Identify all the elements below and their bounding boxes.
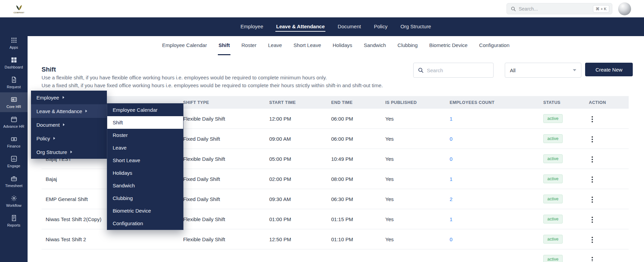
table-row: active: [42, 249, 629, 262]
employees-count-link[interactable]: 0: [450, 156, 452, 162]
global-search-input[interactable]: [519, 6, 590, 12]
submenu-item-biometric-device[interactable]: Biometric Device: [107, 204, 183, 217]
submenu-item-label: Roster: [113, 132, 128, 138]
employees-count-link[interactable]: 0: [450, 236, 452, 242]
tab-shift[interactable]: Shift: [218, 36, 230, 55]
start-time-cell: 12:50 PM: [265, 236, 327, 242]
sidebar-item-label: Request: [7, 85, 21, 89]
row-kebab-menu-icon[interactable]: [589, 255, 596, 262]
employees-count-link[interactable]: 1: [450, 176, 452, 182]
page-description-line1: Use a flexible shift, if you have flexib…: [42, 74, 383, 81]
is-published-cell: Yes: [381, 216, 446, 222]
sidebar-item-workflow[interactable]: Workflow: [0, 191, 28, 211]
tab-holidays[interactable]: Holidays: [332, 36, 353, 55]
sidebar-item-core-hr[interactable]: Core HR: [0, 92, 28, 112]
employees-count-link[interactable]: 1: [450, 116, 452, 122]
tab-clubbing[interactable]: Clubbing: [397, 36, 418, 55]
tab-leave[interactable]: Leave: [267, 36, 283, 55]
row-kebab-menu-icon[interactable]: [589, 195, 596, 205]
shift-type-cell: Flexible Daily Shift: [179, 116, 265, 122]
end-time-cell: 06:00 PM: [327, 136, 381, 142]
flyout-item-label: Policy: [36, 136, 50, 141]
timesheet-icon: [11, 175, 17, 182]
start-time-cell: 01:00 PM: [265, 216, 327, 222]
end-time-cell: 08:00 PM: [327, 176, 381, 182]
submenu-item-short-leave[interactable]: Short Leave: [107, 154, 183, 167]
sidebar-item-dashboard[interactable]: Dashboard: [0, 53, 28, 73]
shift-search-input[interactable]: [427, 67, 489, 73]
employees-count-link[interactable]: 2: [450, 196, 452, 202]
submenu-arrow-icon: [70, 151, 72, 153]
submenu-item-label: Employee Calendar: [113, 107, 158, 113]
sidebar-item-advance-hr[interactable]: Advance HR: [0, 112, 28, 132]
shift-filter-select[interactable]: All: [505, 63, 581, 78]
employees-count-link[interactable]: 1: [450, 216, 452, 222]
start-time-cell: 05:00 PM: [265, 156, 327, 162]
flyout-item-leave-attendance[interactable]: Leave & Attendance: [31, 104, 107, 118]
create-new-button[interactable]: Create New: [585, 63, 633, 76]
nav-item-document[interactable]: Document: [337, 22, 361, 32]
employees-count-link[interactable]: 0: [450, 136, 452, 142]
sidebar-item-label: Advance HR: [3, 124, 25, 128]
end-time-cell: 01:15 PM: [327, 216, 381, 222]
submenu-item-configuration[interactable]: Configuration: [107, 217, 183, 230]
row-kebab-menu-icon[interactable]: [589, 174, 596, 185]
flyout-item-policy[interactable]: Policy: [31, 132, 107, 145]
submenu-item-label: Biometric Device: [113, 208, 151, 214]
submenu-item-roster[interactable]: Roster: [107, 129, 183, 141]
status-badge: active: [543, 215, 563, 224]
sidebar-item-apps[interactable]: Apps: [0, 33, 28, 53]
submenu-arrow-icon: [63, 123, 65, 126]
row-kebab-menu-icon[interactable]: [589, 154, 596, 165]
flyout-item-employee[interactable]: Employee: [31, 91, 107, 104]
start-time-cell: 02:00 PM: [265, 176, 327, 182]
flyout-item-label: Leave & Attendance: [36, 108, 82, 114]
global-search: ⌘ + K: [506, 3, 612, 14]
tab-sandwich[interactable]: Sandwich: [363, 36, 387, 55]
tab-short-leave[interactable]: Short Leave: [293, 36, 322, 55]
flyout-item-label: Employee: [36, 95, 59, 101]
row-kebab-menu-icon[interactable]: [589, 215, 596, 225]
tab-employee-calendar[interactable]: Employee Calendar: [161, 36, 208, 55]
sidebar-item-reports[interactable]: Reports: [0, 211, 28, 231]
submenu-item-label: Holidays: [113, 170, 132, 176]
sidebar-item-request[interactable]: Request: [0, 73, 28, 92]
row-kebab-menu-icon[interactable]: [589, 235, 596, 245]
sub-nav: Employee Calendar Shift Roster Leave Sho…: [28, 36, 644, 55]
end-time-cell: 06:00 PM: [327, 116, 381, 122]
sidebar-item-timesheet[interactable]: Timesheet: [0, 171, 28, 191]
nav-item-employee[interactable]: Employee: [240, 22, 264, 32]
submenu-item-sandwich[interactable]: Sandwich: [107, 179, 183, 192]
is-published-cell: Yes: [381, 196, 446, 202]
submenu-item-employee-calendar[interactable]: Employee Calendar: [107, 104, 183, 116]
nav-item-policy[interactable]: Policy: [373, 22, 388, 32]
sidebar-item-engage[interactable]: Engage: [0, 152, 28, 171]
row-kebab-menu-icon[interactable]: [589, 134, 596, 144]
is-published-cell: Yes: [381, 136, 446, 142]
submenu-item-label: Leave: [113, 145, 127, 151]
sidebar-item-finance[interactable]: Finance: [0, 132, 28, 152]
nav-item-leave-attendance[interactable]: Leave & Attendance: [275, 22, 325, 32]
tab-configuration[interactable]: Configuration: [479, 36, 510, 55]
submenu-item-label: Clubbing: [113, 195, 133, 201]
is-published-cell: Yes: [381, 236, 446, 242]
avatar[interactable]: [618, 2, 631, 15]
submenu-arrow-icon: [63, 96, 64, 99]
flyout-item-org-structure[interactable]: Org Structure: [31, 145, 107, 159]
submenu-item-leave[interactable]: Leave: [107, 141, 183, 154]
sidebar-item-label: Workflow: [6, 203, 21, 207]
submenu-item-holidays[interactable]: Holidays: [107, 167, 183, 179]
tab-biometric-device[interactable]: Biometric Device: [429, 36, 468, 55]
finance-icon: [11, 136, 17, 142]
row-kebab-menu-icon[interactable]: [589, 114, 596, 124]
status-badge: active: [543, 174, 563, 183]
tab-roster[interactable]: Roster: [241, 36, 257, 55]
submenu-item-clubbing[interactable]: Clubbing: [107, 192, 183, 204]
nav-item-org-structure[interactable]: Org Structure: [400, 22, 432, 32]
flyout-item-document[interactable]: Document: [31, 118, 107, 132]
submenu-item-shift[interactable]: Shift: [107, 116, 183, 129]
workflow-icon: [11, 195, 17, 202]
company-logo[interactable]: COMPANY: [14, 4, 25, 14]
shift-type-cell: Fixed Daily Shift: [179, 196, 265, 202]
sidebar-item-label: Reports: [7, 223, 20, 227]
